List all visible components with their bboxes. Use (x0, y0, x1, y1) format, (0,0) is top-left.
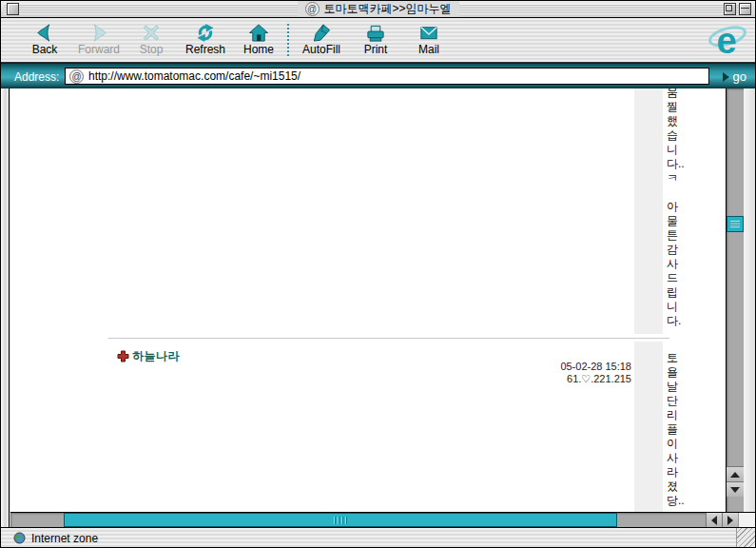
title-bar[interactable]: @ 토마토맥카페>>임마누엘 (1, 1, 755, 18)
stop-label: Stop (123, 43, 180, 56)
mail-button[interactable]: Mail (400, 23, 457, 59)
go-button[interactable]: go (723, 69, 746, 84)
address-field-wrap: @ (65, 68, 709, 85)
post-author[interactable]: 하늘나라 (117, 348, 180, 364)
horizontal-scroll-track[interactable] (10, 513, 706, 527)
window-frame-left (1, 88, 10, 527)
resize-grip[interactable] (736, 528, 755, 547)
back-arrow-icon (34, 23, 55, 43)
scrollbar-corner (738, 513, 756, 527)
post-cell-shade-bottom (634, 342, 663, 512)
globe-icon (13, 532, 26, 544)
horizontal-scrollbar[interactable] (10, 512, 756, 527)
post-ip: 61.♡.221.215 (429, 373, 631, 385)
home-icon (248, 23, 269, 43)
status-bar: Internet zone (1, 527, 755, 547)
comment-column-bottom: 토 욜 날 단 리 플 이 사 라 졌 당.. (667, 351, 686, 508)
refresh-icon (195, 23, 216, 43)
post-cell-shade-top (634, 88, 663, 334)
print-label: Print (347, 43, 404, 56)
stop-button: Stop (123, 23, 180, 59)
post-meta: 05-02-28 15:18 61.♡.221.215 (429, 361, 631, 385)
scroll-right-button[interactable] (722, 513, 738, 527)
comment-column-top: 움 찔 했 습 니 다.. ㅋ 아 물 튼 감 사 드 립 니 다. (667, 88, 686, 328)
scroll-left-button[interactable] (706, 513, 722, 527)
refresh-button[interactable]: Refresh (177, 23, 234, 59)
url-at-icon: @ (69, 69, 84, 84)
left-arrow-icon (711, 516, 717, 525)
vertical-scroll-thumb[interactable] (727, 216, 744, 232)
mail-icon (418, 23, 439, 43)
zoom-box-icon[interactable] (724, 3, 736, 15)
ie-logo-icon: e (707, 21, 748, 61)
scroll-down-button[interactable] (727, 481, 744, 497)
status-zone-text: Internet zone (31, 532, 98, 545)
window-title-wrap: @ 토마토맥카페>>임마누엘 (297, 1, 458, 16)
page-viewport: 움 찔 했 습 니 다.. ㅋ 아 물 튼 감 사 드 립 니 다. 하늘나라 … (10, 88, 726, 512)
toolbar: Back Forward Stop Refresh (1, 18, 755, 63)
close-box-icon[interactable] (7, 3, 19, 15)
autofill-button[interactable]: AutoFill (293, 23, 350, 59)
down-arrow-icon (730, 487, 740, 493)
stop-x-icon (141, 23, 162, 43)
mail-label: Mail (400, 43, 457, 56)
back-button[interactable]: Back (16, 23, 73, 59)
autofill-label: AutoFill (293, 43, 350, 56)
refresh-label: Refresh (177, 43, 234, 56)
home-label: Home (230, 43, 287, 56)
horizontal-scroll-thumb[interactable] (64, 513, 617, 527)
browser-window: @ 토마토맥카페>>임마누엘 Back Forward Stop (0, 0, 756, 548)
forward-label: Forward (70, 43, 127, 56)
post-divider (108, 338, 669, 339)
print-button[interactable]: Print (347, 23, 404, 59)
window-frame-right (744, 88, 756, 512)
up-arrow-icon (730, 472, 740, 478)
go-label: go (733, 69, 746, 84)
back-label: Back (16, 43, 73, 56)
window-title: 토마토맥카페>>임마누엘 (323, 1, 451, 17)
red-cross-icon (117, 350, 129, 362)
collapse-box-icon[interactable] (739, 3, 751, 15)
print-icon (365, 23, 386, 43)
autofill-pen-icon (311, 23, 332, 43)
toolbar-separator (287, 24, 289, 56)
vertical-scrollbar[interactable] (726, 88, 744, 512)
post-date: 05-02-28 15:18 (429, 361, 631, 373)
forward-button: Forward (70, 23, 127, 59)
author-name: 하늘나라 (132, 348, 180, 364)
scroll-up-button[interactable] (727, 466, 744, 481)
site-at-icon: @ (304, 2, 319, 16)
svg-text:e: e (716, 21, 736, 61)
go-arrow-icon (723, 72, 729, 82)
right-arrow-icon (727, 516, 733, 525)
forward-arrow-icon (88, 23, 109, 43)
address-input[interactable] (88, 69, 705, 83)
address-label: Address: (14, 70, 59, 84)
address-bar: Address: @ go (1, 63, 755, 88)
home-button[interactable]: Home (230, 23, 287, 59)
